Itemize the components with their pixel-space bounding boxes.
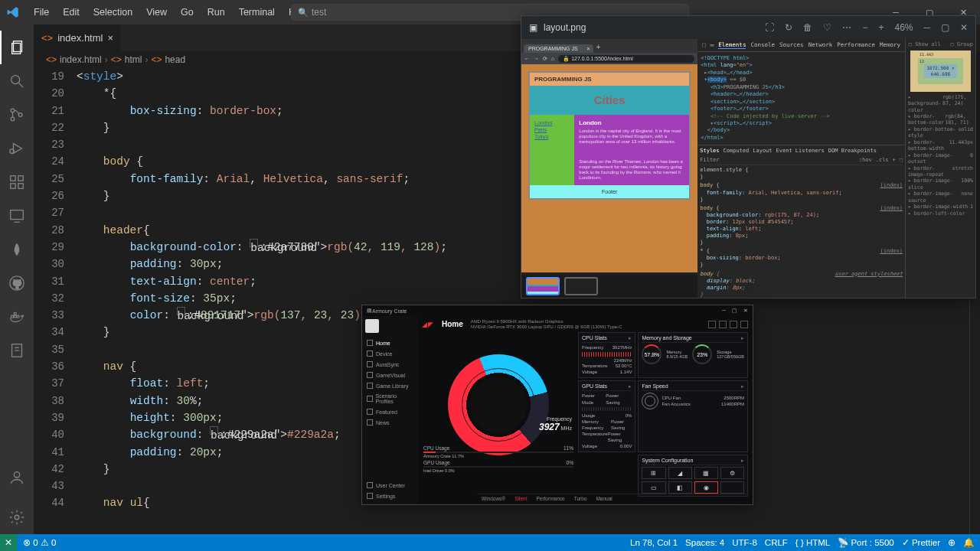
zoom-out-icon[interactable]: −: [862, 22, 867, 33]
rotate-icon[interactable]: ↻: [785, 22, 792, 33]
tab-console[interactable]: Console: [750, 41, 775, 49]
status-spaces[interactable]: Spaces: 4: [685, 538, 724, 547]
image-viewer-window[interactable]: ▣ layout.png ⛶ ↻ 🗑 ♡ ⋯ − + 46% ─ ▢ ✕ PRO…: [521, 15, 976, 298]
back-icon[interactable]: ←: [524, 56, 530, 61]
thumbnail-2[interactable]: [564, 277, 598, 295]
status-eol[interactable]: CRLF: [765, 538, 788, 547]
status-prettier[interactable]: ✓ Prettier: [902, 537, 940, 548]
crumb-file[interactable]: index.html: [60, 54, 102, 65]
status-encoding[interactable]: UTF-8: [732, 538, 757, 547]
viewer-titlebar[interactable]: ▣ layout.png ⛶ ↻ 🗑 ♡ ⋯ − + 46% ─ ▢ ✕: [521, 16, 975, 39]
crumb-head[interactable]: head: [165, 54, 185, 65]
subtab-dombp[interactable]: DOM Breakpoints: [828, 148, 877, 154]
mode-silent[interactable]: Silent: [514, 496, 527, 501]
ac-menu-news[interactable]: News: [365, 417, 414, 428]
url-field[interactable]: 🔒 127.0.0.1:5500/index.html: [558, 55, 694, 63]
mode-manual[interactable]: Manual: [596, 496, 612, 501]
fan-panel[interactable]: Fan Speed▸ CPU Fan2500RPM Fan Acoustics1…: [638, 380, 748, 452]
github-icon[interactable]: [0, 266, 34, 300]
mongodb-icon[interactable]: [0, 233, 34, 266]
user-center[interactable]: User Center: [365, 480, 414, 491]
crop-icon[interactable]: ⛶: [765, 22, 774, 33]
thumbnail-1[interactable]: [526, 277, 560, 295]
grid-4-icon[interactable]: [740, 321, 748, 328]
tab-performance[interactable]: Performance: [837, 41, 875, 49]
avatar[interactable]: [365, 319, 379, 333]
menu-edit[interactable]: Edit: [57, 4, 86, 21]
crumb-html[interactable]: html: [125, 54, 142, 65]
scm-icon[interactable]: [0, 98, 34, 132]
menu-selection[interactable]: Selection: [87, 4, 139, 21]
status-bell-icon[interactable]: 🔔: [963, 537, 974, 548]
zoom-in-icon[interactable]: +: [878, 22, 884, 33]
maximize-icon[interactable]: ▢: [941, 22, 949, 33]
new-tab-icon[interactable]: +: [596, 43, 601, 53]
ac-menu-home[interactable]: Home: [365, 337, 414, 348]
subtab-computed[interactable]: Computed: [724, 148, 750, 154]
tab-network[interactable]: Network: [808, 41, 833, 49]
menu-view[interactable]: View: [140, 4, 173, 21]
mode-windows[interactable]: Windows®: [482, 496, 505, 501]
remote-icon[interactable]: [0, 199, 34, 233]
grid-2-icon[interactable]: [719, 321, 727, 328]
status-problems[interactable]: ⊗ 0 ⚠ 0: [23, 537, 56, 548]
minimize-icon[interactable]: ─: [923, 22, 930, 33]
ac-menu-featured[interactable]: Featured: [365, 406, 414, 417]
remote-indicator[interactable]: ✕: [0, 534, 17, 551]
menu-run[interactable]: Run: [201, 4, 231, 21]
ac-menu-game-library[interactable]: Game Library: [365, 380, 414, 391]
mode-performance[interactable]: Performance: [536, 496, 564, 501]
heart-icon[interactable]: ♡: [823, 22, 831, 33]
styles-pane[interactable]: Styles Computed Layout Event Listeners D…: [697, 145, 905, 301]
close-icon[interactable]: ✕: [960, 22, 968, 33]
extensions-icon[interactable]: [0, 165, 34, 199]
menu-file[interactable]: File: [28, 4, 55, 21]
close-icon[interactable]: ✕: [743, 308, 748, 314]
home-icon[interactable]: ⌂: [551, 56, 554, 61]
ac-titlebar[interactable]: ▤Armoury Crate ─▢✕: [362, 305, 753, 316]
settings-icon[interactable]: [0, 500, 34, 534]
ac-settings[interactable]: Settings: [365, 491, 414, 501]
subtab-listeners[interactable]: Event Listeners: [776, 148, 825, 154]
status-feedback-icon[interactable]: ⊕: [948, 537, 956, 548]
tab-sources[interactable]: Sources: [779, 41, 804, 49]
computed-sidebar[interactable]: ▢ Show all ▢ Group 11.443 12 1072.500 × …: [905, 39, 975, 298]
gpu-stats-panel[interactable]: GPU Stats▸ Power ModePower Saving Usage0…: [578, 380, 635, 452]
search-icon[interactable]: [0, 64, 34, 98]
device-icon[interactable]: ▭: [710, 41, 714, 49]
tab-close-icon[interactable]: ×: [586, 46, 590, 51]
inspect-icon[interactable]: ⬚: [702, 41, 706, 49]
status-port[interactable]: 📡 Port : 5500: [838, 537, 893, 548]
status-cursor[interactable]: Ln 78, Col 1: [630, 538, 678, 547]
sysconfig-panel[interactable]: System Configuration▸ ⊞◢▦⚙ ▭◧◉: [638, 455, 748, 497]
minimize-icon[interactable]: ─: [722, 308, 726, 314]
docker-icon[interactable]: [0, 300, 34, 334]
subtab-layout[interactable]: Layout: [753, 148, 772, 154]
tab-elements[interactable]: Elements: [718, 41, 746, 49]
memory-panel[interactable]: Memory and Storage▸ 57.8% Memory8.9/15.4…: [638, 332, 748, 378]
ac-menu-device[interactable]: Device: [365, 348, 414, 359]
todo-icon[interactable]: [0, 334, 34, 367]
status-lang[interactable]: { } HTML: [795, 538, 830, 547]
menu-go[interactable]: Go: [175, 4, 200, 21]
dom-tree[interactable]: <!DOCTYPE html> <html lang="en"> ▸<head>…: [697, 52, 905, 145]
debug-icon[interactable]: [0, 132, 34, 165]
account-icon[interactable]: [0, 461, 34, 494]
mode-turbo[interactable]: Turbo: [574, 496, 587, 501]
maximize-icon[interactable]: ▢: [732, 308, 737, 314]
ac-menu-scenario-profiles[interactable]: Scenario Profiles: [365, 391, 414, 406]
grid-3-icon[interactable]: [730, 321, 737, 328]
chrome-tab[interactable]: PROGRAMMING JS×: [524, 44, 593, 53]
tab-index-html[interactable]: <> index.html ×: [34, 24, 122, 51]
grid-1-icon[interactable]: [708, 321, 716, 328]
tab-memory[interactable]: Memory: [880, 41, 900, 49]
cpu-stats-panel[interactable]: CPU Stats▸ Frequency3927MHz 2248MHz Temp…: [578, 332, 635, 378]
fwd-icon[interactable]: →: [534, 56, 539, 61]
explorer-icon[interactable]: [0, 31, 34, 64]
ac-menu-gamevisual[interactable]: GameVisual: [365, 370, 414, 380]
tab-close-icon[interactable]: ×: [107, 32, 113, 44]
ac-menu-aurasync[interactable]: AuraSync: [365, 359, 414, 370]
trash-icon[interactable]: 🗑: [803, 22, 812, 33]
armoury-crate-window[interactable]: ▤Armoury Crate ─▢✕ HomeDeviceAuraSyncGam…: [361, 305, 753, 505]
menu-terminal[interactable]: Terminal: [233, 4, 281, 21]
